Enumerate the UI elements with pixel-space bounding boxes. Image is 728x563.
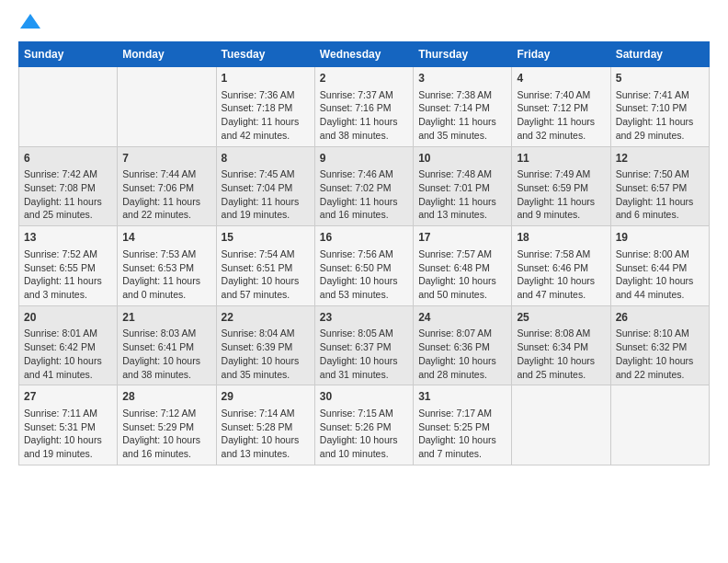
day-number: 23: [320, 310, 408, 326]
day-cell: 10Sunrise: 7:48 AMSunset: 7:01 PMDayligh…: [414, 146, 512, 226]
day-cell: 15Sunrise: 7:54 AMSunset: 6:51 PMDayligh…: [216, 226, 314, 306]
day-info: Sunrise: 7:17 AMSunset: 5:25 PMDaylight:…: [418, 407, 506, 461]
day-cell: 2Sunrise: 7:37 AMSunset: 7:16 PMDaylight…: [314, 67, 413, 147]
day-cell: 25Sunrise: 8:08 AMSunset: 6:34 PMDayligh…: [512, 305, 610, 385]
day-cell: 11Sunrise: 7:49 AMSunset: 6:59 PMDayligh…: [512, 146, 610, 226]
header-cell-tuesday: Tuesday: [216, 42, 314, 67]
day-info: Sunrise: 7:48 AMSunset: 7:01 PMDaylight:…: [418, 167, 506, 222]
day-cell: 19Sunrise: 8:00 AMSunset: 6:44 PMDayligh…: [610, 226, 709, 306]
header-row: SundayMondayTuesdayWednesdayThursdayFrid…: [19, 42, 710, 67]
day-number: 10: [418, 151, 506, 167]
day-info: Sunrise: 7:15 AMSunset: 5:26 PMDaylight:…: [320, 407, 408, 461]
day-info: Sunrise: 8:05 AMSunset: 6:37 PMDaylight:…: [320, 327, 408, 381]
day-number: 1: [222, 71, 310, 86]
day-info: Sunrise: 7:42 AMSunset: 7:08 PMDaylight:…: [24, 167, 112, 222]
header-cell-friday: Friday: [512, 42, 610, 67]
header-cell-wednesday: Wednesday: [314, 42, 413, 67]
day-info: Sunrise: 8:04 AMSunset: 6:39 PMDaylight:…: [222, 327, 310, 381]
day-info: Sunrise: 7:14 AMSunset: 5:28 PMDaylight:…: [222, 407, 310, 461]
day-number: 6: [24, 151, 112, 167]
week-row-3: 13Sunrise: 7:52 AMSunset: 6:55 PMDayligh…: [19, 226, 710, 306]
day-info: Sunrise: 7:49 AMSunset: 6:59 PMDaylight:…: [517, 167, 605, 222]
day-cell: 24Sunrise: 8:07 AMSunset: 6:36 PMDayligh…: [414, 305, 512, 385]
day-cell: 6Sunrise: 7:42 AMSunset: 7:08 PMDaylight…: [19, 146, 118, 226]
day-number: 21: [122, 310, 210, 326]
day-info: Sunrise: 7:50 AMSunset: 6:57 PMDaylight:…: [616, 167, 704, 222]
day-info: Sunrise: 7:12 AMSunset: 5:29 PMDaylight:…: [122, 407, 210, 461]
day-cell: 9Sunrise: 7:46 AMSunset: 7:02 PMDaylight…: [314, 146, 413, 226]
day-info: Sunrise: 8:08 AMSunset: 6:34 PMDaylight:…: [517, 327, 605, 381]
calendar-table: SundayMondayTuesdayWednesdayThursdayFrid…: [18, 41, 710, 465]
day-number: 11: [517, 151, 605, 167]
logo-icon: [20, 14, 40, 29]
day-cell: 4Sunrise: 7:40 AMSunset: 7:12 PMDaylight…: [512, 67, 610, 147]
day-number: 3: [418, 71, 506, 86]
day-cell: 31Sunrise: 7:17 AMSunset: 5:25 PMDayligh…: [414, 385, 512, 465]
day-number: 12: [616, 151, 704, 167]
day-cell: [118, 67, 216, 147]
day-info: Sunrise: 7:38 AMSunset: 7:14 PMDaylight:…: [418, 88, 506, 143]
day-info: Sunrise: 8:03 AMSunset: 6:41 PMDaylight:…: [122, 327, 210, 381]
day-cell: 12Sunrise: 7:50 AMSunset: 6:57 PMDayligh…: [610, 146, 709, 226]
day-cell: 28Sunrise: 7:12 AMSunset: 5:29 PMDayligh…: [118, 385, 216, 465]
day-number: 24: [418, 310, 506, 326]
day-cell: 7Sunrise: 7:44 AMSunset: 7:06 PMDaylight…: [118, 146, 216, 226]
day-cell: [19, 67, 118, 147]
day-number: 22: [222, 310, 310, 326]
day-cell: 5Sunrise: 7:41 AMSunset: 7:10 PMDaylight…: [610, 67, 709, 147]
week-row-5: 27Sunrise: 7:11 AMSunset: 5:31 PMDayligh…: [19, 385, 710, 465]
week-row-4: 20Sunrise: 8:01 AMSunset: 6:42 PMDayligh…: [19, 305, 710, 385]
day-number: 16: [320, 230, 408, 246]
day-cell: 23Sunrise: 8:05 AMSunset: 6:37 PMDayligh…: [314, 305, 413, 385]
day-number: 13: [24, 230, 112, 246]
day-number: 18: [517, 230, 605, 246]
day-info: Sunrise: 7:56 AMSunset: 6:50 PMDaylight:…: [320, 247, 408, 302]
calendar-header: SundayMondayTuesdayWednesdayThursdayFrid…: [19, 42, 710, 67]
day-info: Sunrise: 7:11 AMSunset: 5:31 PMDaylight:…: [24, 407, 112, 461]
day-cell: [610, 385, 709, 465]
day-cell: 29Sunrise: 7:14 AMSunset: 5:28 PMDayligh…: [216, 385, 314, 465]
day-cell: 13Sunrise: 7:52 AMSunset: 6:55 PMDayligh…: [19, 226, 118, 306]
day-cell: 21Sunrise: 8:03 AMSunset: 6:41 PMDayligh…: [118, 305, 216, 385]
week-row-2: 6Sunrise: 7:42 AMSunset: 7:08 PMDaylight…: [19, 146, 710, 226]
day-cell: 18Sunrise: 7:58 AMSunset: 6:46 PMDayligh…: [512, 226, 610, 306]
day-cell: 26Sunrise: 8:10 AMSunset: 6:32 PMDayligh…: [610, 305, 709, 385]
day-cell: 20Sunrise: 8:01 AMSunset: 6:42 PMDayligh…: [19, 305, 118, 385]
day-number: 2: [320, 71, 408, 86]
day-number: 9: [320, 151, 408, 167]
day-cell: 17Sunrise: 7:57 AMSunset: 6:48 PMDayligh…: [414, 226, 512, 306]
header-cell-monday: Monday: [118, 42, 216, 67]
day-info: Sunrise: 7:54 AMSunset: 6:51 PMDaylight:…: [222, 247, 310, 302]
day-number: 8: [222, 151, 310, 167]
day-info: Sunrise: 7:58 AMSunset: 6:46 PMDaylight:…: [517, 247, 605, 302]
day-number: 29: [222, 389, 310, 405]
day-cell: 8Sunrise: 7:45 AMSunset: 7:04 PMDaylight…: [216, 146, 314, 226]
logo: [18, 14, 40, 32]
day-info: Sunrise: 7:52 AMSunset: 6:55 PMDaylight:…: [24, 247, 112, 302]
day-number: 19: [616, 230, 704, 246]
day-info: Sunrise: 8:07 AMSunset: 6:36 PMDaylight:…: [418, 327, 506, 381]
header-cell-sunday: Sunday: [19, 42, 118, 67]
day-info: Sunrise: 7:37 AMSunset: 7:16 PMDaylight:…: [320, 88, 408, 143]
day-cell: 22Sunrise: 8:04 AMSunset: 6:39 PMDayligh…: [216, 305, 314, 385]
day-number: 15: [222, 230, 310, 246]
day-number: 5: [616, 71, 704, 86]
day-cell: 14Sunrise: 7:53 AMSunset: 6:53 PMDayligh…: [118, 226, 216, 306]
day-info: Sunrise: 8:10 AMSunset: 6:32 PMDaylight:…: [616, 327, 704, 381]
day-cell: 27Sunrise: 7:11 AMSunset: 5:31 PMDayligh…: [19, 385, 118, 465]
day-info: Sunrise: 7:45 AMSunset: 7:04 PMDaylight:…: [222, 167, 310, 222]
day-info: Sunrise: 7:53 AMSunset: 6:53 PMDaylight:…: [122, 247, 210, 302]
calendar-body: 1Sunrise: 7:36 AMSunset: 7:18 PMDaylight…: [19, 67, 710, 465]
day-cell: 16Sunrise: 7:56 AMSunset: 6:50 PMDayligh…: [314, 226, 413, 306]
day-info: Sunrise: 8:01 AMSunset: 6:42 PMDaylight:…: [24, 327, 112, 381]
day-number: 27: [24, 389, 112, 405]
day-cell: 1Sunrise: 7:36 AMSunset: 7:18 PMDaylight…: [216, 67, 314, 147]
day-number: 28: [122, 389, 210, 405]
week-row-1: 1Sunrise: 7:36 AMSunset: 7:18 PMDaylight…: [19, 67, 710, 147]
day-cell: 3Sunrise: 7:38 AMSunset: 7:14 PMDaylight…: [414, 67, 512, 147]
day-number: 26: [616, 310, 704, 326]
day-info: Sunrise: 8:00 AMSunset: 6:44 PMDaylight:…: [616, 247, 704, 302]
day-cell: [512, 385, 610, 465]
day-number: 14: [122, 230, 210, 246]
day-number: 20: [24, 310, 112, 326]
